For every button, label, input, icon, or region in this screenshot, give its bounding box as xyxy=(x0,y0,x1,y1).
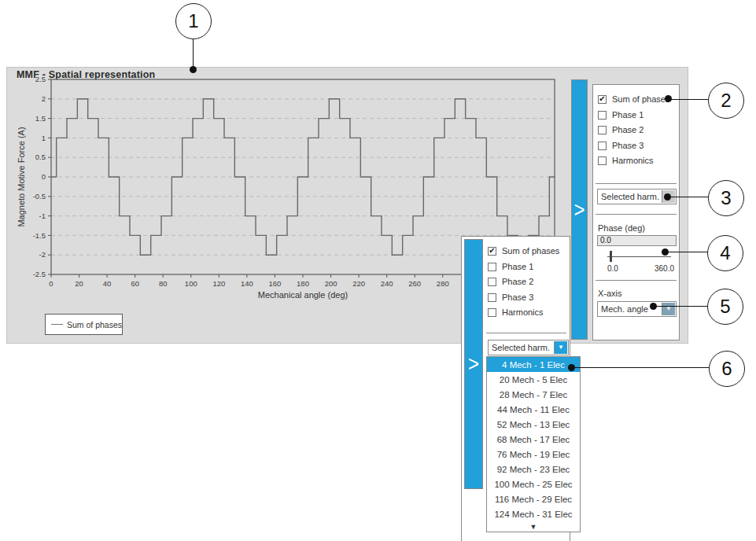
page: MMF - Spatial representation -2.5-2-1.5-… xyxy=(0,0,756,541)
callout-number: 1 xyxy=(188,10,198,32)
xaxis-dropdown[interactable]: Mech. angle ▼ xyxy=(597,301,677,317)
slider-max-label: 360.0 xyxy=(655,264,674,273)
svg-text:280: 280 xyxy=(437,279,449,288)
mmf-window: MMF - Spatial representation -2.5-2-1.5-… xyxy=(6,67,688,344)
checkbox-phase-1[interactable]: Phase 1 xyxy=(598,109,644,121)
svg-text:40: 40 xyxy=(103,279,112,288)
svg-text:180: 180 xyxy=(297,279,309,288)
harmonics-list-item[interactable]: 52 Mech - 13 Elec xyxy=(487,417,580,432)
svg-text:-1.5: -1.5 xyxy=(33,231,46,240)
harmonics-list-item[interactable]: 100 Mech - 25 Elec xyxy=(487,477,580,491)
checkbox-sum-of-phases[interactable]: ✔ Sum of phases xyxy=(488,245,559,257)
harmonics-list-item[interactable]: 4 Mech - 1 Elec xyxy=(487,357,580,372)
checkbox-phase-3[interactable]: Phase 3 xyxy=(488,291,533,304)
dropdown-button[interactable]: ▼ xyxy=(662,303,675,315)
callout-line-2 xyxy=(669,99,708,100)
legend-line-sample xyxy=(51,324,63,325)
svg-text:2: 2 xyxy=(42,94,46,103)
checkbox-phase-1[interactable]: Phase 1 xyxy=(488,260,533,273)
phase-label: Phase (deg) xyxy=(598,223,645,233)
plot-options-panel: ✔ Sum of phases Phase 1 Phase 2 Phase 3 … xyxy=(592,84,680,340)
checkbox-box[interactable] xyxy=(598,111,607,120)
harmonics-dropdown-list: 4 Mech - 1 Elec20 Mech - 5 Elec28 Mech -… xyxy=(486,356,581,532)
harmonics-list-item[interactable]: 28 Mech - 7 Elec xyxy=(487,387,580,402)
callout-line-4 xyxy=(666,252,707,252)
checkbox-phase-2[interactable]: Phase 2 xyxy=(598,123,644,136)
checkbox-label: Phase 1 xyxy=(502,262,533,271)
popup-collapse-bar[interactable]: > xyxy=(464,239,483,489)
checkbox-label: Sum of phases xyxy=(612,94,669,104)
harmonics-list-item[interactable]: 116 Mech - 29 Elec xyxy=(487,491,580,506)
svg-text:60: 60 xyxy=(131,279,139,288)
callout-dot-5 xyxy=(650,303,657,310)
svg-text:240: 240 xyxy=(381,279,393,288)
callout-dot-1 xyxy=(190,66,197,73)
checkbox-sum-of-phases[interactable]: ✔ Sum of phases xyxy=(598,93,669,105)
divider xyxy=(486,333,566,333)
checkbox-harmonics[interactable]: Harmonics xyxy=(488,306,544,318)
callout-2: 2 xyxy=(708,83,744,119)
callout-3: 3 xyxy=(708,180,744,216)
svg-text:-2.5: -2.5 xyxy=(33,270,46,278)
checkbox-label: Phase 2 xyxy=(502,277,533,286)
harmonics-list-item[interactable]: 20 Mech - 5 Elec xyxy=(487,372,580,387)
checkbox-phase-2[interactable]: Phase 2 xyxy=(488,275,533,288)
legend-label: Sum of phases xyxy=(67,320,122,329)
svg-text:-0.5: -0.5 xyxy=(33,192,46,201)
chevron-right-icon: > xyxy=(573,199,585,221)
callout-line-5 xyxy=(654,306,707,307)
svg-text:Magneto Motive Force (A): Magneto Motive Force (A) xyxy=(17,127,26,226)
callout-number: 5 xyxy=(720,296,730,318)
chevron-down-icon: ▼ xyxy=(558,344,564,351)
checkbox-box[interactable] xyxy=(598,126,607,134)
checkbox-box[interactable] xyxy=(598,156,607,165)
dropdown-value: Selected harm. xyxy=(601,192,659,201)
checkbox-box[interactable] xyxy=(598,142,607,150)
callout-number: 6 xyxy=(721,358,732,380)
panel-collapse-bar[interactable]: > xyxy=(571,79,588,340)
selected-harmonics-dropdown-open[interactable]: Selected harm. ▼ xyxy=(488,340,569,355)
slider-track[interactable] xyxy=(607,256,671,257)
svg-text:20: 20 xyxy=(75,279,83,288)
xaxis-label: X-axis xyxy=(598,289,622,298)
checkbox-phase-3[interactable]: Phase 3 xyxy=(598,139,644,152)
checkbox-box[interactable]: ✔ xyxy=(488,247,496,256)
checkbox-box[interactable] xyxy=(488,293,496,302)
phase-input[interactable]: 0.0 xyxy=(597,235,677,246)
harmonics-list-item[interactable]: 68 Mech - 17 Elec xyxy=(487,432,580,447)
checkbox-box[interactable] xyxy=(488,308,496,317)
checkbox-harmonics[interactable]: Harmonics xyxy=(598,154,654,167)
harmonics-list-item[interactable]: 44 Mech - 11 Elec xyxy=(487,402,580,417)
callout-5: 5 xyxy=(707,289,743,325)
callout-number: 3 xyxy=(721,187,731,209)
checkbox-label: Harmonics xyxy=(612,156,654,165)
callout-line-6 xyxy=(573,367,709,368)
svg-text:140: 140 xyxy=(241,279,253,288)
checkbox-label: Phase 2 xyxy=(612,125,644,134)
checkbox-label: Phase 3 xyxy=(612,141,644,150)
checkbox-box[interactable]: ✔ xyxy=(598,95,607,104)
callout-6: 6 xyxy=(709,351,745,387)
scroll-down-icon[interactable]: ▼ xyxy=(487,521,580,532)
callout-line-1 xyxy=(193,39,194,66)
divider xyxy=(596,280,677,281)
checkbox-label: Phase 1 xyxy=(612,110,644,120)
callout-4: 4 xyxy=(707,235,743,271)
checkbox-box[interactable] xyxy=(488,263,496,271)
checkbox-box[interactable] xyxy=(488,278,496,286)
harmonics-list-item[interactable]: 124 Mech - 31 Elec xyxy=(487,506,580,521)
svg-text:Mechanical angle (deg): Mechanical angle (deg) xyxy=(258,290,348,300)
dropdown-button[interactable]: ▼ xyxy=(554,341,567,354)
svg-text:200: 200 xyxy=(325,279,337,288)
callout-number: 2 xyxy=(721,90,731,112)
svg-text:0: 0 xyxy=(42,172,46,181)
checkmark-icon: ✔ xyxy=(599,95,605,103)
checkbox-label: Phase 3 xyxy=(502,293,533,302)
harmonics-list-item[interactable]: 76 Mech - 19 Elec xyxy=(487,447,580,462)
callout-line-3 xyxy=(668,197,708,197)
svg-text:1: 1 xyxy=(42,134,46,142)
divider xyxy=(596,183,677,184)
dropdown-value: Selected harm. xyxy=(492,343,550,352)
harmonics-list-item[interactable]: 92 Mech - 23 Elec xyxy=(487,462,580,477)
slider-handle[interactable] xyxy=(610,251,612,262)
